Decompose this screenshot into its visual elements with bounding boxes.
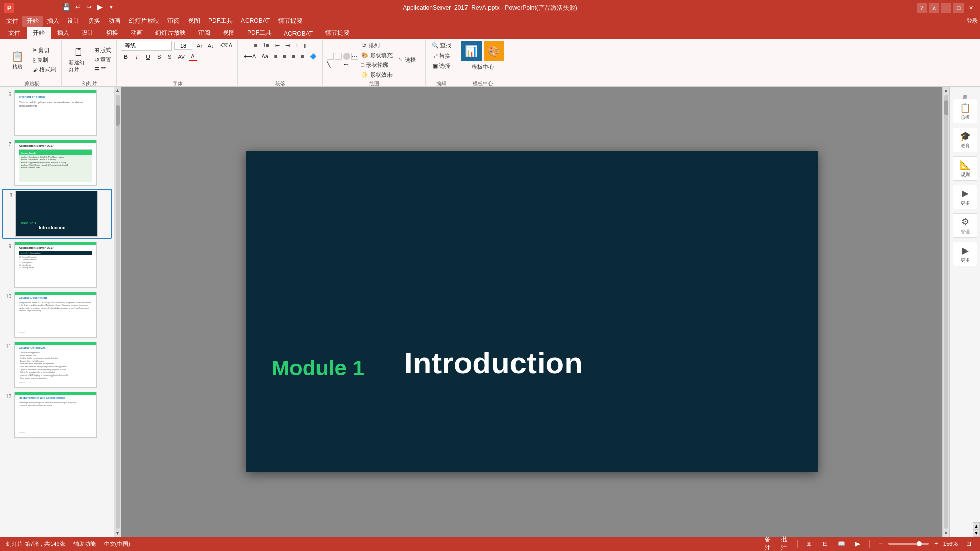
help-button[interactable]: ?: [917, 3, 927, 13]
scroll-extra-down[interactable]: ▼: [973, 530, 980, 537]
menu-acrobat[interactable]: ACROBAT: [237, 16, 274, 26]
minimize-button[interactable]: ─: [941, 3, 951, 13]
tab-storyboard[interactable]: 情节提要: [319, 27, 356, 39]
numbering-button[interactable]: 1≡: [261, 41, 272, 50]
right-panel-more1[interactable]: ▶ 更多: [953, 185, 977, 209]
tab-transitions[interactable]: 切换: [100, 27, 125, 39]
more-options-button[interactable]: ▼: [106, 2, 116, 12]
align-right-button[interactable]: ≡: [290, 52, 297, 61]
menu-storyboard[interactable]: 情节提要: [274, 16, 307, 27]
format-painter-button[interactable]: 🖌 格式刷: [31, 65, 58, 74]
clear-format-button[interactable]: ⌫A: [218, 41, 234, 51]
close-button[interactable]: ✕: [966, 3, 976, 13]
shape-fill-button[interactable]: 🎨 形状填充: [359, 51, 395, 60]
tab-acrobat[interactable]: ACROBAT: [278, 28, 319, 39]
main-scroll-up[interactable]: ▲: [943, 87, 950, 94]
app-icon[interactable]: P: [4, 3, 14, 13]
convert-smartart-button[interactable]: 🔷: [308, 52, 319, 61]
normal-view-button[interactable]: ⊞: [804, 539, 814, 549]
save-button[interactable]: 💾: [61, 2, 71, 12]
slide-canvas-area[interactable]: Module 1 Introduction: [121, 87, 942, 537]
tab-design[interactable]: 设计: [76, 27, 100, 39]
shape-rect[interactable]: [327, 53, 334, 60]
align-center-button[interactable]: ≡: [281, 52, 288, 61]
justify-button[interactable]: ≡: [299, 52, 306, 61]
slide-item-10[interactable]: 10 Course Description The Application Se…: [2, 291, 112, 339]
slide-item-11[interactable]: 11 Course Objectives • Create a new appl…: [2, 341, 112, 389]
right-panel-management[interactable]: ⚙ 管理: [953, 213, 977, 238]
right-panel-more2[interactable]: ▶ 更多: [953, 242, 977, 266]
slide-panel[interactable]: 6 Training on Portal Class schedule upda…: [0, 87, 114, 537]
menu-view[interactable]: 视图: [184, 16, 204, 27]
font-size-box[interactable]: 18: [174, 42, 192, 50]
select-button[interactable]: ↖ 选择: [396, 56, 418, 65]
template-center-button[interactable]: 模板中心: [470, 62, 496, 71]
main-scroll-track[interactable]: [944, 95, 948, 529]
increase-indent-button[interactable]: ⇥: [283, 41, 292, 50]
tab-review[interactable]: 审阅: [192, 27, 216, 39]
shape-line[interactable]: ╲: [327, 61, 334, 68]
right-panel-education[interactable]: 🎓 教育: [953, 128, 977, 152]
slide-panel-scrollbar[interactable]: ▲ ▼: [114, 87, 121, 537]
slide-item-12[interactable]: 12 Requirements and Expectations Knowled…: [2, 391, 112, 439]
menu-design[interactable]: 设计: [63, 16, 84, 27]
menu-file[interactable]: 文件: [2, 16, 22, 27]
scroll-thumb[interactable]: [116, 105, 120, 126]
menu-home[interactable]: 开始: [22, 16, 43, 27]
tab-slideshow[interactable]: 幻灯片放映: [149, 27, 192, 39]
reset-button[interactable]: ↺ 重置: [92, 56, 113, 65]
tab-insert[interactable]: 插入: [51, 27, 76, 39]
underline-button[interactable]: U: [143, 52, 153, 61]
sign-in-button[interactable]: 登录: [967, 17, 978, 25]
align-left-button[interactable]: ≡: [272, 52, 279, 61]
tab-animations[interactable]: 动画: [125, 27, 149, 39]
find-button[interactable]: 🔍 查找: [430, 41, 453, 50]
arrange-button[interactable]: 🗂 排列: [359, 41, 395, 50]
zoom-thumb[interactable]: [917, 541, 922, 546]
tab-file[interactable]: 文件: [2, 27, 27, 39]
slide-item-9[interactable]: 9 Application Server 2017 Module 1 Intro…: [2, 241, 112, 289]
tab-view[interactable]: 视图: [216, 27, 241, 39]
line-spacing-button[interactable]: ↕: [293, 41, 301, 50]
decrease-font-button[interactable]: A↓: [206, 41, 216, 51]
zoom-level[interactable]: 156%: [943, 541, 958, 547]
increase-font-button[interactable]: A↑: [194, 41, 205, 51]
decrease-indent-button[interactable]: ⇤: [273, 41, 282, 50]
shape-arrow[interactable]: →: [335, 61, 342, 68]
tab-home[interactable]: 开始: [27, 27, 51, 39]
scroll-up-arrow[interactable]: ▲: [114, 87, 121, 94]
align-text-button[interactable]: Aa: [259, 52, 270, 61]
menu-pdf-tools[interactable]: PDF工具: [204, 16, 237, 27]
cut-button[interactable]: ✂ 剪切: [31, 46, 58, 55]
shape-effects-button[interactable]: ✨ 形状效果: [359, 70, 395, 79]
select-all-button[interactable]: ▣ 选择: [431, 61, 452, 70]
font-name-box[interactable]: 等线: [121, 41, 172, 51]
char-spacing-button[interactable]: AV: [176, 52, 187, 61]
text-shadow-button[interactable]: S: [166, 52, 174, 61]
right-panel-rules[interactable]: 📐 规则: [953, 156, 977, 181]
columns-button[interactable]: ⫿: [302, 41, 309, 50]
paste-button[interactable]: 📋 粘贴: [5, 46, 30, 74]
slide-item-6[interactable]: 6 Training on Portal Class schedule upda…: [2, 89, 112, 137]
slide-item-8[interactable]: 8 Module 1 Introduction: [2, 189, 112, 239]
menu-insert[interactable]: 插入: [43, 16, 63, 27]
replace-button[interactable]: ⇄ 替换: [431, 51, 452, 60]
menu-animations[interactable]: 动画: [104, 16, 125, 27]
shape-more[interactable]: ⋯: [351, 53, 358, 60]
scroll-down-arrow[interactable]: ▼: [114, 530, 121, 537]
zoom-slider[interactable]: [888, 543, 929, 545]
copy-button[interactable]: ⎘ 复制: [31, 56, 58, 65]
bullets-button[interactable]: ≡: [252, 41, 259, 50]
menu-review[interactable]: 审阅: [163, 16, 184, 27]
new-slide-button[interactable]: 🗒 新建幻灯片: [66, 46, 91, 74]
shape-outline-button[interactable]: □ 形状轮廓: [359, 60, 395, 69]
undo-button[interactable]: ↩: [72, 2, 83, 12]
menu-slideshow[interactable]: 幻灯片放映: [125, 16, 163, 27]
main-scrollbar[interactable]: ▲ ▼ ▲ ▼: [942, 87, 949, 537]
italic-button[interactable]: I: [132, 52, 141, 61]
scroll-track[interactable]: [116, 95, 120, 529]
main-scroll-down[interactable]: ▼: [943, 530, 950, 537]
slide-item-7[interactable]: 7 Application Server 2017 Course Agenda …: [2, 139, 112, 187]
shape-rounded-rect[interactable]: [335, 53, 342, 60]
right-panel-summary[interactable]: 📋 总模: [953, 99, 977, 123]
